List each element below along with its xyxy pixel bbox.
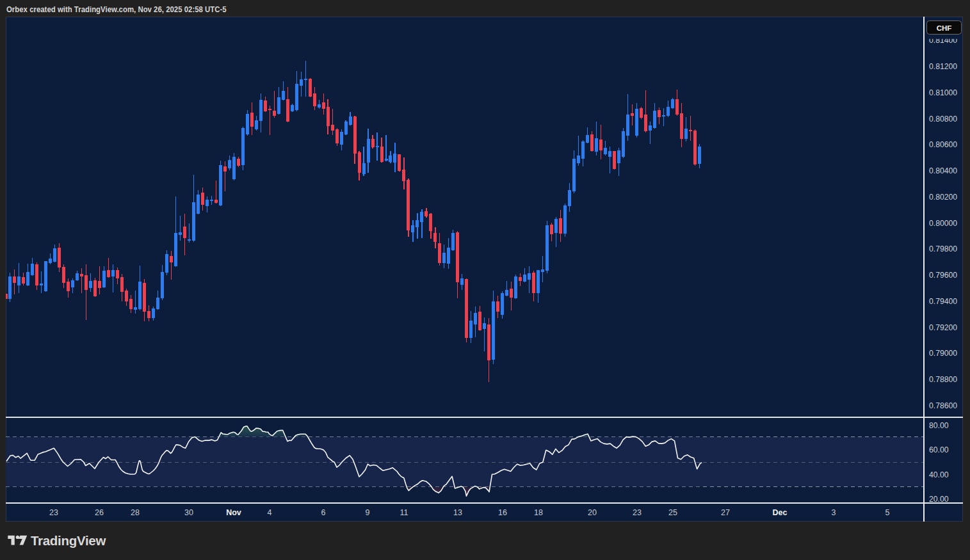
svg-text:23: 23: [49, 508, 58, 517]
svg-text:0.81000: 0.81000: [929, 88, 957, 97]
svg-text:23: 23: [633, 508, 642, 517]
svg-text:0.78800: 0.78800: [929, 375, 957, 384]
svg-text:Dec: Dec: [773, 508, 788, 517]
svg-text:18: 18: [534, 508, 543, 517]
svg-text:80.00: 80.00: [929, 421, 949, 430]
svg-text:0.79400: 0.79400: [929, 297, 957, 306]
svg-text:4: 4: [268, 508, 272, 517]
svg-text:Nov: Nov: [226, 508, 241, 517]
svg-text:TradingView: TradingView: [31, 533, 106, 548]
svg-text:28: 28: [131, 508, 140, 517]
svg-text:25: 25: [668, 508, 677, 517]
svg-text:0.79800: 0.79800: [929, 244, 957, 253]
svg-text:60.00: 60.00: [929, 445, 949, 454]
svg-text:0.78600: 0.78600: [929, 401, 957, 410]
svg-text:27: 27: [721, 508, 730, 517]
svg-text:0.79200: 0.79200: [929, 323, 957, 332]
svg-text:5: 5: [885, 508, 890, 517]
svg-text:0.80800: 0.80800: [929, 115, 957, 124]
svg-text:0.81200: 0.81200: [929, 62, 957, 71]
svg-text:0.80600: 0.80600: [929, 140, 957, 149]
svg-text:30: 30: [184, 508, 193, 517]
svg-text:13: 13: [453, 508, 462, 517]
svg-text:6: 6: [321, 508, 326, 517]
svg-text:40.00: 40.00: [929, 470, 949, 479]
svg-text:16: 16: [498, 508, 507, 517]
svg-text:0.80000: 0.80000: [929, 219, 957, 228]
svg-text:9: 9: [366, 508, 370, 517]
svg-text:0.79000: 0.79000: [929, 349, 957, 358]
svg-text:26: 26: [95, 508, 104, 517]
svg-text:CHF: CHF: [937, 24, 952, 32]
svg-text:11: 11: [400, 508, 408, 517]
svg-text:3: 3: [832, 508, 836, 517]
svg-text:0.80400: 0.80400: [929, 166, 957, 175]
svg-text:0.80200: 0.80200: [929, 193, 957, 202]
svg-text:20.00: 20.00: [929, 495, 949, 504]
svg-text:20: 20: [588, 508, 597, 517]
svg-text:0.79600: 0.79600: [929, 271, 957, 280]
